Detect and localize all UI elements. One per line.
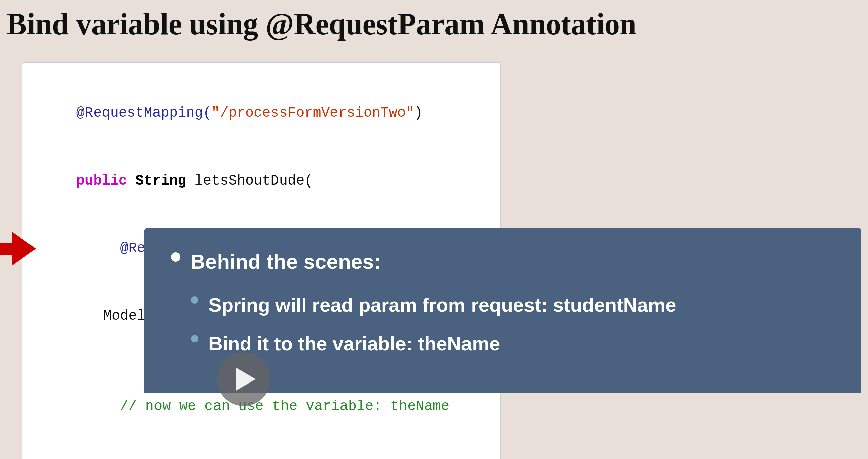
bullet-dot-main xyxy=(171,252,180,262)
sub-bullet-text-1: Spring will read param from request: stu… xyxy=(209,292,676,317)
code-line-2: public String letsShoutDude( xyxy=(42,147,480,215)
paren-close-1: ) xyxy=(414,105,423,121)
bullet-dot-sub-2 xyxy=(191,335,198,342)
sub-bullet-text-2: Bind it to the variable: theName xyxy=(209,331,500,356)
main-bullet-row: Behind the scenes: xyxy=(171,248,835,276)
play-icon xyxy=(236,367,256,391)
string-process-form: "/processFormVersionTwo" xyxy=(212,105,414,121)
main-bullet-text: Behind the scenes: xyxy=(190,248,381,276)
sub-bullet-row-2: Bind it to the variable: theName xyxy=(191,331,835,356)
code-line-1: @RequestMapping("/processFormVersionTwo"… xyxy=(42,80,480,147)
bullet-dot-sub-1 xyxy=(191,296,198,304)
keyword-public: public xyxy=(76,173,135,189)
page-title: Bind variable using @RequestParam Annota… xyxy=(7,7,637,41)
arrow-head xyxy=(12,232,36,265)
type-string: String xyxy=(135,173,194,189)
method-name: letsShoutDude( xyxy=(195,173,313,189)
arrow-body xyxy=(0,242,12,255)
code-line-7 xyxy=(42,440,480,459)
play-button[interactable] xyxy=(217,352,271,406)
annotation-requestmapping: @RequestMapping( xyxy=(76,105,212,121)
sub-bullet-row-1: Spring will read param from request: stu… xyxy=(191,292,835,317)
comment-the-name: theName xyxy=(391,398,450,414)
red-arrow xyxy=(0,232,36,265)
